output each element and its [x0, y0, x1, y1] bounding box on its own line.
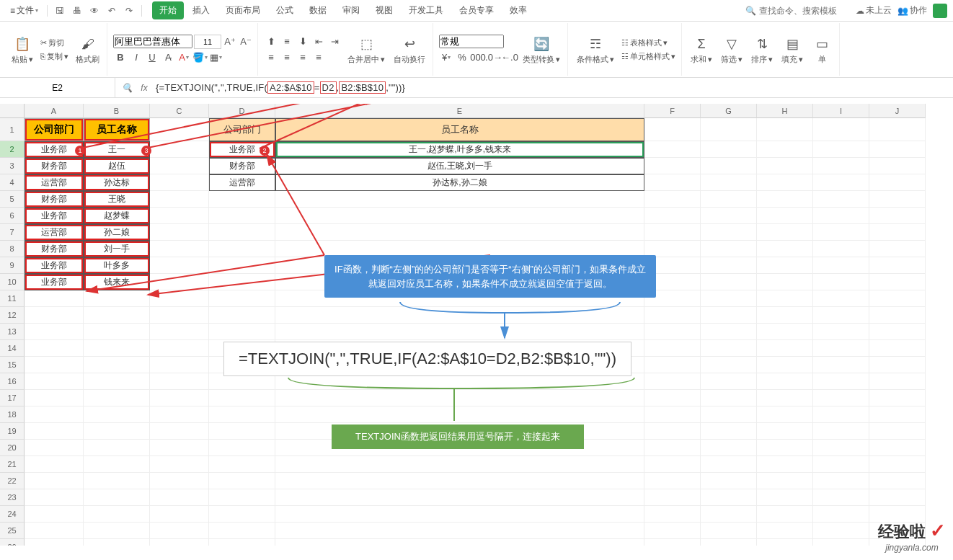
cell-D17[interactable] [209, 390, 275, 406]
cell-H14[interactable] [757, 340, 813, 357]
row-head-13[interactable]: 13 [0, 324, 25, 340]
cell-A4[interactable]: 运营部 [25, 174, 84, 191]
type-convert[interactable]: 🔄类型转换▾ [520, 32, 563, 66]
cell-I7[interactable] [813, 224, 869, 241]
cell-H7[interactable] [757, 224, 813, 241]
dec-inc-icon[interactable]: .0→ [487, 50, 501, 64]
cell-H10[interactable] [757, 274, 813, 290]
italic-button[interactable]: I [129, 50, 143, 65]
cell-I13[interactable] [813, 324, 869, 340]
cell-H26[interactable] [757, 539, 813, 546]
cell-D4[interactable]: 运营部 [209, 174, 275, 191]
cell-F14[interactable] [644, 340, 701, 357]
cell-C20[interactable] [150, 440, 209, 456]
cell-D25[interactable] [209, 523, 275, 539]
cell-C5[interactable] [150, 191, 209, 208]
cell-F16[interactable] [644, 373, 701, 390]
align-top[interactable]: ⬆ [264, 35, 278, 49]
cell-G26[interactable] [701, 539, 757, 546]
cell-G5[interactable] [701, 191, 757, 208]
fill-color[interactable]: 🪣 [192, 50, 207, 65]
cell-I5[interactable] [813, 191, 869, 208]
cell-H16[interactable] [757, 373, 813, 390]
tab-data[interactable]: 数据 [302, 1, 334, 19]
cell-C12[interactable] [150, 307, 209, 324]
cell-G24[interactable] [701, 506, 757, 523]
cell-A22[interactable] [25, 473, 84, 489]
font-size[interactable] [194, 35, 221, 49]
cell-C6[interactable] [150, 208, 209, 224]
cell-C18[interactable] [150, 406, 209, 423]
fill-button[interactable]: ▤填充▾ [779, 32, 806, 66]
cell-D5[interactable] [209, 191, 275, 208]
cell-D1[interactable]: 公司部门 [209, 118, 275, 141]
cell-A7[interactable]: 运营部 [25, 224, 84, 241]
tab-view[interactable]: 视图 [368, 1, 400, 19]
cell-E13[interactable] [275, 324, 644, 340]
cell-J16[interactable] [869, 373, 926, 390]
col-head-J[interactable]: J [869, 104, 926, 118]
cell-E23[interactable] [275, 489, 644, 506]
cell-D22[interactable] [209, 473, 275, 489]
cell-C19[interactable] [150, 423, 209, 440]
tab-layout[interactable]: 页面布局 [218, 1, 267, 19]
cell-G17[interactable] [701, 390, 757, 406]
cell-B18[interactable] [84, 406, 150, 423]
col-head-A[interactable]: A [25, 104, 84, 118]
cell-H25[interactable] [757, 523, 813, 539]
cell-H4[interactable] [757, 174, 813, 191]
cell-B22[interactable] [84, 473, 150, 489]
cell-J14[interactable] [869, 340, 926, 357]
cell-C14[interactable] [150, 340, 209, 357]
cell-E4[interactable]: 孙达标,孙二娘 [275, 174, 644, 191]
align-left[interactable]: ≡ [264, 50, 278, 65]
underline-button[interactable]: U [145, 50, 159, 65]
cell-G7[interactable] [701, 224, 757, 241]
indent-dec[interactable]: ⇤ [311, 35, 326, 49]
cell-F2[interactable] [644, 141, 701, 158]
cell-D13[interactable] [209, 324, 275, 340]
cell-D12[interactable] [209, 307, 275, 324]
cell-I11[interactable] [813, 290, 869, 307]
cell-E18[interactable] [275, 406, 644, 423]
cell-H12[interactable] [757, 307, 813, 324]
cell-I23[interactable] [813, 489, 869, 506]
tab-start[interactable]: 开始 [152, 1, 184, 19]
cell-A19[interactable] [25, 423, 84, 440]
row-head-12[interactable]: 12 [0, 307, 25, 324]
cell-H17[interactable] [757, 390, 813, 406]
currency-icon[interactable]: ¥ [439, 50, 453, 64]
cell-I8[interactable] [813, 241, 869, 257]
cell-G9[interactable] [701, 257, 757, 274]
row-head-11[interactable]: 11 [0, 290, 25, 307]
cell-F5[interactable] [644, 191, 701, 208]
fx-icon[interactable]: fx [138, 82, 150, 94]
col-head-C[interactable]: C [150, 104, 209, 118]
cell-G15[interactable] [701, 357, 757, 373]
row-head-4[interactable]: 4 [0, 174, 25, 191]
dec-dec-icon[interactable]: ←.0 [502, 50, 517, 64]
cell-J23[interactable] [869, 489, 926, 506]
cell-J2[interactable] [869, 141, 926, 158]
cell-B6[interactable]: 赵梦蝶 [84, 208, 150, 224]
cell-I9[interactable] [813, 257, 869, 274]
cell-H8[interactable] [757, 241, 813, 257]
cell-I17[interactable] [813, 390, 869, 406]
cell-F13[interactable] [644, 324, 701, 340]
cell-G14[interactable] [701, 340, 757, 357]
cell-D7[interactable] [209, 224, 275, 241]
merge-center[interactable]: ⬚合并居中▾ [345, 32, 388, 66]
align-bot[interactable]: ⬇ [296, 35, 310, 49]
share-button[interactable] [933, 4, 947, 18]
row-head-6[interactable]: 6 [0, 208, 25, 224]
cell-B9[interactable]: 叶多多 [84, 257, 150, 274]
cell-F25[interactable] [644, 523, 701, 539]
cell-J15[interactable] [869, 357, 926, 373]
cell-C24[interactable] [150, 506, 209, 523]
align-right[interactable]: ≡ [296, 50, 310, 65]
col-head-G[interactable]: G [701, 104, 757, 118]
cell-C7[interactable] [150, 224, 209, 241]
cell-B21[interactable] [84, 456, 150, 473]
cell-B7[interactable]: 孙二娘 [84, 224, 150, 241]
cell-I25[interactable] [813, 523, 869, 539]
